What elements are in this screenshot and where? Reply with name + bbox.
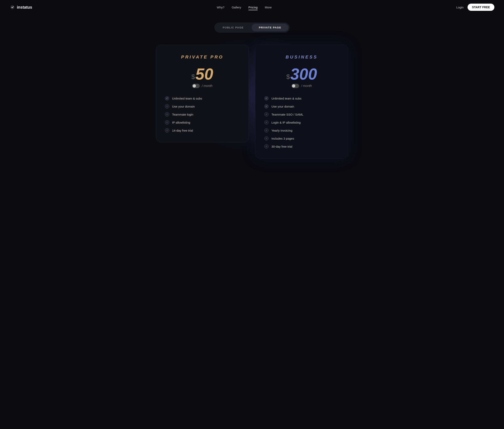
plus-icon-2: + (165, 112, 169, 116)
b-plus-icon-3: + (264, 120, 269, 125)
private-pro-title: PRIVATE PRO (165, 54, 240, 60)
toggle-knob (193, 84, 196, 88)
b-feature-text-0: Unlimited team & subs (271, 97, 301, 100)
toggle-knob-business (292, 84, 295, 88)
feature-text-0: Unlimited team & subs (172, 97, 202, 100)
nav-gallery[interactable]: Gallery (232, 6, 241, 9)
logo-text: instatus (17, 5, 32, 10)
business-billing-toggle[interactable] (291, 84, 299, 88)
b-feature-invoicing: + Yearly Invoicing (264, 128, 339, 133)
feature-teammate-login: + Teammate login (165, 112, 240, 116)
login-link[interactable]: Login (456, 6, 464, 9)
business-period-row: / month (264, 84, 339, 88)
b-plus-icon-2: + (264, 112, 269, 116)
main-content: PUBLIC PAGE PRIVATE PAGE PRIVATE PRO $ 5… (0, 14, 504, 174)
navbar: instatus Why? Gallery Pricing More Login… (0, 0, 504, 14)
pricing-cards: PRIVATE PRO $ 50 / month ✓ Unlimited tea… (156, 45, 348, 158)
feature-unlimited-team: ✓ Unlimited team & subs (165, 96, 240, 100)
business-amount: 300 (290, 66, 317, 82)
page-type-toggle[interactable]: PUBLIC PAGE PRIVATE PAGE (214, 22, 290, 33)
feature-text-1: Use your domain (172, 105, 195, 108)
b-feature-sso: + Teammate SSO / SAML (264, 112, 339, 116)
business-period: / month (301, 84, 312, 88)
b-feature-text-2: Teammate SSO / SAML (271, 113, 303, 116)
feature-domain: + Use your domain (165, 104, 240, 108)
b-plus-icon-5: + (264, 136, 269, 141)
b-feature-domain: ✓ Use your domain (264, 104, 339, 108)
private-pro-period-row: / month (165, 84, 240, 88)
feature-text-3: IP allowlisting (172, 121, 190, 124)
b-feature-login-ip: + Login & IP allowlisting (264, 120, 339, 125)
private-pro-card: PRIVATE PRO $ 50 / month ✓ Unlimited tea… (156, 45, 249, 143)
b-feature-text-4: Yearly Invoicing (271, 129, 292, 132)
feature-text-4: 14-day free trial (172, 129, 193, 132)
private-pro-billing-toggle[interactable] (192, 84, 200, 88)
nav-right: Login START FREE (456, 4, 494, 11)
plus-icon-4: + (165, 128, 169, 133)
b-feature-text-5: Includes 3 pages (271, 137, 294, 140)
business-card: BUSINESS $ 300 / month ✓ Unlimited team … (255, 45, 348, 158)
b-plus-icon-4: + (264, 128, 269, 133)
toggle-public-page[interactable]: PUBLIC PAGE (216, 24, 251, 31)
nav-pricing[interactable]: Pricing (248, 6, 258, 9)
b-feature-text-6: 30-day free trial (271, 145, 292, 148)
b-plus-icon-6: + (264, 144, 269, 149)
plus-icon-3: + (165, 120, 169, 125)
b-check-icon-0: ✓ (264, 96, 269, 100)
business-price: $ 300 (264, 66, 339, 82)
private-pro-period: / month (202, 84, 212, 88)
plus-icon-1: + (165, 104, 169, 108)
feature-text-2: Teammate login (172, 113, 193, 116)
private-pro-amount: 50 (195, 66, 213, 82)
feature-ip-allowlisting: + IP allowlisting (165, 120, 240, 125)
b-feature-pages: + Includes 3 pages (264, 136, 339, 141)
business-title: BUSINESS (264, 54, 339, 60)
b-feature-text-3: Login & IP allowlisting (271, 121, 301, 124)
logo-icon (10, 4, 15, 10)
b-feature-unlimited-team: ✓ Unlimited team & subs (264, 96, 339, 100)
logo[interactable]: instatus (10, 4, 32, 10)
toggle-private-page[interactable]: PRIVATE PAGE (252, 24, 288, 31)
private-pro-price: $ 50 (165, 66, 240, 82)
business-dollar: $ (286, 73, 290, 80)
b-feature-text-1: Use your domain (271, 105, 294, 108)
start-free-button[interactable]: START FREE (468, 4, 494, 11)
nav-links: Why? Gallery Pricing More (217, 6, 272, 9)
b-feature-trial: + 30-day free trial (264, 144, 339, 149)
b-check-icon-1: ✓ (264, 104, 269, 108)
check-icon-0: ✓ (165, 96, 169, 100)
private-pro-features: ✓ Unlimited team & subs + Use your domai… (165, 96, 240, 133)
private-pro-dollar: $ (191, 73, 195, 80)
business-features: ✓ Unlimited team & subs ✓ Use your domai… (264, 96, 339, 149)
nav-why[interactable]: Why? (217, 6, 224, 9)
nav-more[interactable]: More (265, 6, 272, 9)
feature-free-trial: + 14-day free trial (165, 128, 240, 133)
